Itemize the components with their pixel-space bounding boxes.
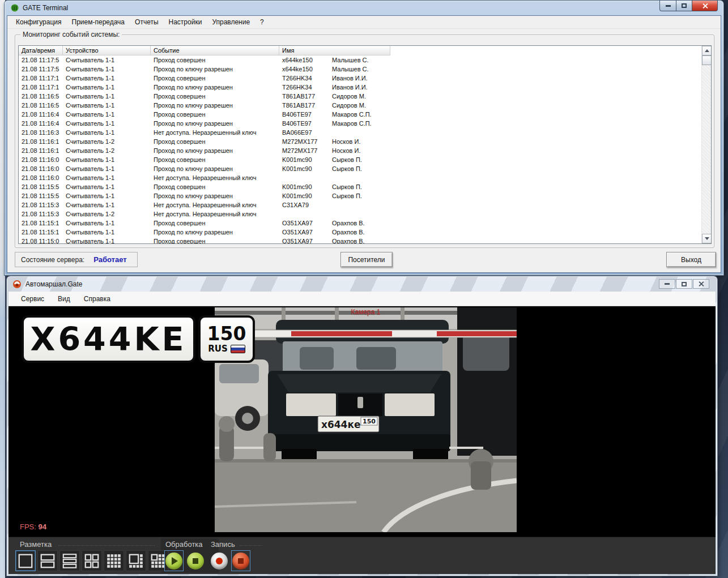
cell-event: Проход по ключу разрешен xyxy=(151,229,279,236)
gate-terminal-app-icon xyxy=(10,3,19,12)
layout-2x2-button[interactable] xyxy=(82,550,102,571)
stop-icon xyxy=(238,558,244,564)
gate-terminal-titlebar[interactable]: GATE Terminal xyxy=(5,1,723,15)
minimize-button[interactable] xyxy=(659,279,675,289)
close-button[interactable] xyxy=(692,1,718,11)
table-row[interactable]: 21.08 11:15:1Считыватель 1-1Проход по кл… xyxy=(19,228,701,237)
vertical-scrollbar[interactable] xyxy=(701,46,711,243)
table-row[interactable]: 21.08 11:16:0Считыватель 1-1Проход совер… xyxy=(19,155,701,164)
cell-datetime: 21.08 11:16:0 xyxy=(19,165,63,172)
table-row[interactable]: 21.08 11:16:5Считыватель 1-1Проход по кл… xyxy=(19,101,701,110)
menu-management[interactable]: Управление xyxy=(207,16,255,28)
table-row[interactable]: 21.08 11:16:1Считыватель 1-2Проход по кл… xyxy=(19,146,701,155)
table-row[interactable]: 21.08 11:15:3Считыватель 1-1Нет доступа.… xyxy=(19,200,701,209)
table-row[interactable]: 21.08 11:15:5Считыватель 1-1Проход совер… xyxy=(19,182,701,191)
plate-text: O351XA97 xyxy=(282,229,332,236)
processing-stop-button[interactable] xyxy=(186,550,205,571)
table-row[interactable]: 21.08 11:15:3Считыватель 1-2Нет доступа.… xyxy=(19,209,701,219)
layout-4x4-button[interactable] xyxy=(104,550,124,571)
cell-name: x644ke150Малышев С. xyxy=(279,66,701,72)
table-row[interactable]: 21.08 11:17:1Считыватель 1-1Проход совер… xyxy=(19,74,701,83)
cell-device: Считыватель 1-1 xyxy=(63,202,151,208)
table-row[interactable]: 21.08 11:16:4Считыватель 1-1Проход совер… xyxy=(19,110,701,119)
play-icon xyxy=(172,557,178,565)
cell-datetime: 21.08 11:16:1 xyxy=(19,138,63,145)
record-stop-button[interactable] xyxy=(231,550,250,571)
table-row[interactable]: 21.08 11:17:5Считыватель 1-1Проход совер… xyxy=(19,55,701,65)
cell-device: Считыватель 1-1 xyxy=(63,229,151,236)
close-button[interactable] xyxy=(693,279,709,289)
maximize-button[interactable] xyxy=(676,279,692,289)
layout-2-rows-button[interactable] xyxy=(37,550,58,571)
cell-device: Считыватель 1-2 xyxy=(63,147,151,154)
plate-text: BA066E97 xyxy=(282,129,332,136)
table-row[interactable]: 21.08 11:16:4Считыватель 1-1Проход по кл… xyxy=(19,119,701,128)
table-row[interactable]: 21.08 11:17:1Считыватель 1-1Проход по кл… xyxy=(19,83,701,92)
layout-single-button[interactable] xyxy=(15,550,36,571)
menu-service[interactable]: Сервис xyxy=(14,293,51,305)
cell-event: Нет доступа. Неразрешенный ключ xyxy=(151,129,279,136)
exit-button[interactable]: Выход xyxy=(666,252,716,267)
table-row[interactable]: 21.08 11:17:5Считыватель 1-1Проход по кл… xyxy=(19,65,701,74)
layout-3-rows-button[interactable] xyxy=(59,550,80,571)
column-header-device[interactable]: Устройство xyxy=(63,46,151,55)
plate-text: B406TE97 xyxy=(282,111,332,118)
cell-event: Проход по ключу разрешен xyxy=(151,66,279,72)
menu-view[interactable]: Вид xyxy=(51,293,77,305)
table-row[interactable]: 21.08 11:15:5Считыватель 1-1Проход по кл… xyxy=(19,191,701,200)
layout-1-plus-7-button[interactable] xyxy=(126,550,146,571)
owner-text: Сидоров М. xyxy=(332,102,366,109)
menu-reports[interactable]: Отчеты xyxy=(130,16,163,28)
maximize-button[interactable] xyxy=(676,1,692,11)
cell-event: Нет доступа. Неразрешенный ключ xyxy=(151,211,279,217)
owner-text: Орахпов В. xyxy=(332,229,365,236)
cell-event: Проход совершен xyxy=(151,156,279,163)
cell-device: Считыватель 1-1 xyxy=(63,75,151,82)
column-header-name[interactable]: Имя xyxy=(279,46,390,55)
vehicle-plate-region: 150 xyxy=(363,418,376,425)
table-row[interactable]: 21.08 11:16:0Считыватель 1-1Проход по кл… xyxy=(19,164,701,173)
table-row[interactable]: 21.08 11:16:0Считыватель 1-1Нет доступа.… xyxy=(19,173,701,182)
event-table-header: Дата/время Устройство Событие Имя xyxy=(19,46,711,55)
cell-event: Проход совершен xyxy=(151,93,279,100)
visitors-button[interactable]: Посетители xyxy=(340,252,393,267)
menu-configuration[interactable]: Конфигурация xyxy=(11,16,67,28)
scroll-up-button[interactable] xyxy=(702,46,712,55)
vehicle-plate-number: х644ке xyxy=(321,419,361,430)
plate-text: x644ke150 xyxy=(282,57,332,63)
scroll-down-button[interactable] xyxy=(702,234,712,243)
recognized-plate-overlay: X644KE 150 RUS xyxy=(22,315,255,363)
layout-buttons xyxy=(15,550,168,571)
automarshal-app-icon xyxy=(12,280,22,289)
cell-device: Считыватель 1-1 xyxy=(63,120,151,127)
table-row[interactable]: 21.08 11:15:0Считыватель 1-1Проход совер… xyxy=(19,237,701,243)
gate-terminal-window: GATE Terminal Конфигурация Прием-передач… xyxy=(5,1,723,275)
cell-datetime: 21.08 11:15:5 xyxy=(19,183,63,190)
owner-text: Сырков П. xyxy=(332,183,362,190)
plate-text: O351XA97 xyxy=(282,238,332,243)
table-row[interactable]: 21.08 11:16:3Считыватель 1-1Нет доступа.… xyxy=(19,128,701,137)
cell-event: Нет доступа. Неразрешенный ключ xyxy=(151,202,279,208)
camera-name-label: Камера 1 xyxy=(215,308,517,316)
menu-help[interactable]: ? xyxy=(255,16,269,28)
automarshal-window: Автомаршал.Gate Сервис Вид Справка xyxy=(7,276,717,576)
menu-transfer[interactable]: Прием-передача xyxy=(67,16,130,28)
cell-device: Считыватель 1-1 xyxy=(63,102,151,109)
minimize-button[interactable] xyxy=(659,1,676,11)
table-row[interactable]: 21.08 11:16:5Считыватель 1-1Проход совер… xyxy=(19,92,701,101)
menu-settings[interactable]: Настройки xyxy=(164,16,207,28)
cell-datetime: 21.08 11:16:0 xyxy=(19,156,63,163)
cell-datetime: 21.08 11:15:0 xyxy=(19,238,63,243)
automarshal-titlebar[interactable]: Автомаршал.Gate xyxy=(7,276,717,292)
layout-section-label: Разметка xyxy=(20,540,52,549)
record-start-button[interactable] xyxy=(210,550,229,571)
table-row[interactable]: 21.08 11:16:1Считыватель 1-2Проход совер… xyxy=(19,137,701,146)
processing-start-button[interactable] xyxy=(164,550,184,571)
dotted-leader xyxy=(58,545,155,546)
scrollbar-thumb[interactable] xyxy=(702,55,712,65)
column-header-datetime[interactable]: Дата/время xyxy=(19,46,63,55)
plate-text: T266HK34 xyxy=(282,84,332,91)
column-header-event[interactable]: Событие xyxy=(151,46,279,55)
table-row[interactable]: 21.08 11:15:1Считыватель 1-1Проход совер… xyxy=(19,219,701,228)
menu-help[interactable]: Справка xyxy=(77,293,117,305)
